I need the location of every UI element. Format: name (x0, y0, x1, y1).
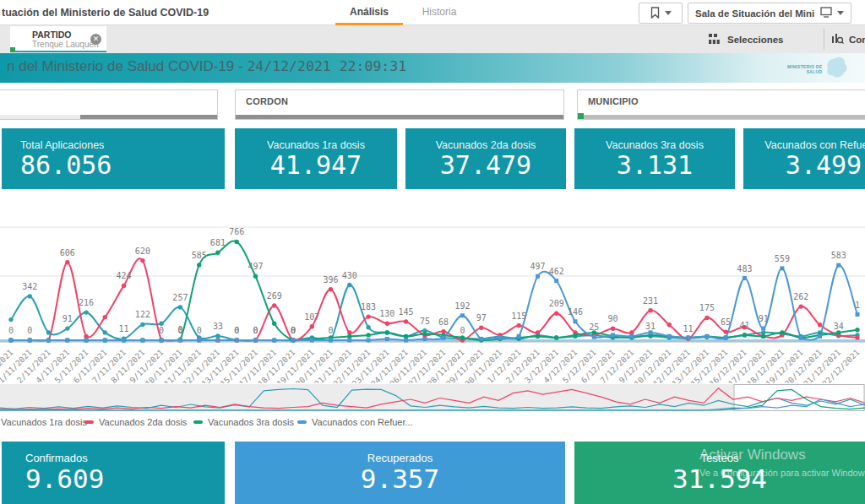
svg-text:585: 585 (192, 251, 207, 260)
vaccination-line-chart[interactable]: 3429121611122257330000430753141340060642… (0, 192, 865, 383)
bookmark-button[interactable] (639, 3, 683, 24)
legend-label: Vacunados 1ra dosis (1, 417, 87, 427)
kpi-confirmados[interactable]: Confirmados 9.609 (2, 442, 225, 504)
filter-box-left[interactable] (0, 89, 218, 120)
svg-text:0: 0 (460, 326, 465, 335)
kpi-value: 3.499 (743, 151, 865, 179)
svg-text:183: 183 (361, 302, 376, 312)
svg-text:0: 0 (291, 326, 296, 335)
svg-text:91: 91 (63, 314, 73, 323)
svg-text:606: 606 (60, 248, 75, 257)
insights-button[interactable]: Con (831, 25, 865, 53)
kpi-label: Vacunados 3ra dosis (574, 139, 735, 151)
app-title: tuación del Ministerio de Salud COVID-19 (2, 7, 209, 19)
svg-text:91: 91 (759, 314, 769, 323)
legend-label: Vacunados 2da dosis (99, 417, 187, 427)
svg-text:97: 97 (476, 313, 487, 322)
filter-box-cordon[interactable]: CORDON (235, 89, 564, 120)
svg-text:766: 766 (229, 227, 244, 236)
bookmark-icon (650, 7, 660, 20)
chevron-down-icon (837, 11, 844, 15)
svg-text:90: 90 (607, 314, 617, 323)
legend-item-3ra-dosis[interactable]: Vacunados 3ra dosis (193, 415, 294, 429)
filter-selection-corner (578, 113, 584, 119)
selection-chip-partido[interactable]: PARTIDO Trenque Lauquen ✕ (10, 26, 106, 52)
banner-title: n del Ministerio de Salud COVID-19 - 24/… (7, 58, 406, 75)
filter-scrollbar[interactable] (236, 115, 563, 119)
kpi-vacunados-refuerzo[interactable]: Vacunados con Refuerzo 3.499 (743, 128, 865, 189)
filter-box-municipio[interactable]: MUNICIPIO (577, 89, 865, 120)
kpi-vacunados-1ra[interactable]: Vacunados 1ra dosis 41.947 (235, 128, 397, 189)
ministry-logo: MINISTERIO DE SALUD (787, 56, 849, 83)
kpi-value: 9.357 (235, 464, 565, 493)
svg-text:130: 130 (379, 309, 394, 318)
svg-text:33: 33 (213, 322, 223, 331)
selections-button[interactable]: Selecciones (708, 25, 783, 53)
svg-text:216: 216 (79, 298, 94, 307)
sheet-icon (820, 7, 832, 19)
kpi-value: 3.131 (574, 151, 735, 179)
legend-marker (193, 420, 203, 424)
kpi-value: 37.479 (405, 151, 566, 179)
kpi-vacunados-2da[interactable]: Vacunados 2da dosis 37.479 (405, 128, 566, 189)
tab-historia[interactable]: Historia (412, 0, 466, 25)
kpi-label: Total Aplicaciones (20, 139, 225, 151)
legend-item-refuerzo[interactable]: Vacunados con Refuer... (297, 415, 413, 429)
kpi-recuperados[interactable]: Recuperados 9.357 (235, 442, 565, 504)
svg-text:25: 25 (589, 322, 599, 332)
filter-scrollbar[interactable] (578, 115, 865, 119)
svg-text:262: 262 (793, 292, 808, 301)
svg-text:145: 145 (399, 307, 414, 317)
kpi-label: Vacunados con Refuerzo (743, 139, 865, 151)
chart-overview-mini[interactable] (0, 384, 865, 411)
legend-label: Vacunados con Refuer... (312, 417, 413, 427)
svg-text:1: 1 (855, 301, 860, 310)
svg-text:75: 75 (420, 317, 430, 326)
legend-item-1ra-dosis[interactable]: Vacunados 1ra dosis (0, 415, 87, 429)
legend-item-2da-dosis[interactable]: Vacunados 2da dosis (84, 415, 187, 429)
svg-text:34: 34 (834, 322, 844, 331)
kpi-total-aplicaciones[interactable]: Total Aplicaciones 86.056 (2, 128, 225, 189)
svg-text:483: 483 (737, 264, 752, 274)
svg-text:430: 430 (342, 271, 357, 280)
svg-text:497: 497 (530, 262, 545, 271)
svg-text:68: 68 (438, 317, 449, 327)
svg-text:65: 65 (721, 317, 731, 327)
banner-title-text: n del Ministerio de Salud COVID-19 - (7, 58, 247, 74)
svg-text:681: 681 (210, 238, 226, 247)
svg-text:0: 0 (8, 326, 14, 335)
dashboard-banner: n del Ministerio de Salud COVID-19 - 24/… (0, 53, 865, 83)
chart-range-scrollbar[interactable] (0, 384, 865, 411)
insight-advisor-icon (831, 33, 844, 46)
svg-text:175: 175 (699, 303, 715, 312)
chip-selection-corner (10, 47, 15, 52)
sheet-selector-button[interactable]: Sala de Situación del Minist... (688, 3, 851, 24)
kpi-value: 9.609 (25, 464, 225, 493)
clear-selection-icon[interactable]: ✕ (90, 34, 101, 45)
svg-text:620: 620 (135, 247, 150, 256)
toolbar-divider (824, 29, 824, 50)
svg-text:396: 396 (323, 275, 338, 285)
svg-text:107: 107 (304, 312, 319, 322)
svg-text:31: 31 (645, 322, 656, 331)
svg-text:11: 11 (683, 324, 694, 333)
filter-scrollbar[interactable] (0, 115, 217, 119)
insights-label: Con (849, 35, 865, 45)
svg-text:497: 497 (248, 262, 263, 271)
sheet-selector-label: Sala de Situación del Minist... (695, 8, 815, 19)
svg-text:257: 257 (172, 293, 188, 302)
kpi-vacunados-3ra[interactable]: Vacunados 3ra dosis 3.131 (574, 128, 735, 189)
top-navbar: tuación del Ministerio de Salud COVID-19… (0, 0, 865, 25)
svg-text:192: 192 (454, 301, 470, 311)
svg-text:0: 0 (177, 325, 182, 334)
svg-text:0: 0 (234, 326, 239, 335)
svg-text:209: 209 (549, 299, 564, 308)
svg-text:11: 11 (119, 324, 129, 333)
svg-text:146: 146 (568, 307, 583, 317)
svg-text:0: 0 (253, 326, 258, 335)
windows-watermark-title: Activar Windows (699, 447, 806, 463)
chevron-down-icon (665, 11, 672, 15)
banner-title-datetime: 24/12/2021 22:09:31 (247, 58, 406, 74)
tab-analisis[interactable]: Análisis (335, 0, 403, 25)
svg-text:0: 0 (328, 326, 333, 335)
